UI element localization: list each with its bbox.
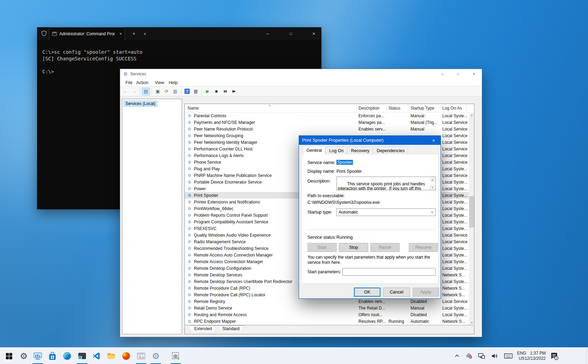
stop-button[interactable]: Stop (339, 243, 368, 252)
tab-close-icon[interactable]: × (119, 31, 122, 36)
new-tab-button[interactable]: + (129, 27, 139, 40)
terminal-line (42, 62, 321, 68)
toolbar-pause-service-icon[interactable]: ▮▮ (221, 88, 229, 95)
tab-general[interactable]: General (303, 146, 325, 154)
service-row[interactable]: ⚙Remote RegistryEnables rem...DisabledLo… (185, 298, 469, 305)
firefox-icon[interactable] (118, 348, 134, 364)
print-spooler-properties-dialog[interactable]: Print Spooler Properties (Local Computer… (299, 135, 441, 299)
action-center-icon[interactable]: 2 (547, 348, 561, 364)
taskbar[interactable]: ⚙⚙ (0, 347, 588, 364)
chevron-down-icon: ∨ (431, 210, 433, 214)
tray-network-icon[interactable] (476, 348, 487, 364)
app-window-icon[interactable] (133, 348, 149, 364)
services-icon[interactable]: ⚙ (148, 348, 164, 364)
apply-button[interactable]: Apply (413, 288, 439, 297)
service-log-on-as: Local Syste... (442, 205, 468, 212)
file-explorer-icon[interactable] (103, 348, 119, 364)
tab-dropdown-icon[interactable]: ∨ (140, 27, 150, 40)
tab-extended[interactable]: Extended (189, 325, 217, 332)
terminal-tab[interactable]: Administrator: Command Pror × (49, 27, 125, 40)
service-description: Enables rem... (358, 298, 387, 305)
start-button[interactable]: Start (307, 243, 337, 252)
tray-touch-keyboard-icon[interactable] (502, 348, 514, 364)
vertical-scrollbar[interactable]: ∧ ∨ (469, 112, 474, 326)
services-titlebar[interactable]: ⚙ Services (120, 69, 482, 79)
service-name-label: Service name: (307, 160, 335, 165)
dialog-tabs: General Log On Recovery Dependencies (303, 147, 408, 154)
store-icon[interactable] (45, 348, 60, 364)
desktop-wallpaper: Administrator: Command Pror × + ∨ – □ × … (0, 0, 588, 364)
toolbar-properties-icon[interactable]: ▣ (154, 88, 162, 95)
services-minimize-button[interactable]: – (435, 69, 450, 79)
toolbar-refresh-icon[interactable]: ⟳ (162, 88, 170, 95)
ok-button[interactable]: OK (354, 288, 380, 297)
tab-standard[interactable]: Standard (217, 325, 245, 332)
service-row[interactable]: ⚙Peer Name Resolution ProtocolEnables se… (185, 126, 469, 132)
toolbar-console-tree-icon[interactable]: ▤ (142, 88, 150, 95)
tray-clock[interactable]: 1:37 PM 12/13/2022 (526, 348, 546, 364)
service-gear-icon: ⚙ (188, 165, 193, 172)
settings-icon[interactable]: ⚙ (16, 348, 31, 364)
menu-file[interactable]: File (125, 79, 132, 87)
toolbar-action-pane-icon[interactable]: ▦ (192, 88, 200, 95)
service-gear-icon: ⚙ (188, 119, 193, 126)
tray-onedrive-error-icon[interactable] (463, 348, 474, 364)
service-row[interactable]: ⚙Routing and Remote AccessOffers routi..… (185, 311, 469, 318)
edge-icon[interactable] (59, 348, 75, 364)
vscode-icon[interactable] (89, 348, 104, 364)
console-tree-icon: ▤ (144, 89, 148, 94)
tab-log-on[interactable]: Log On (326, 147, 347, 154)
dialog-close-button[interactable]: × (427, 136, 441, 145)
tree-item-services-local[interactable]: Services (Local) (123, 101, 158, 107)
service-row[interactable]: ⚙Payments and NFC/SE ManagerManages pa..… (185, 119, 469, 126)
service-gear-icon: ⚙ (188, 199, 193, 205)
terminal-titlebar[interactable]: Administrator: Command Pror × + ∨ – □ × (37, 27, 321, 40)
description-scroll-up-icon[interactable]: ∧ (430, 177, 435, 182)
service-row[interactable]: ⚙Parental ControlsEnforces pa...ManualLo… (185, 112, 469, 119)
scrollbar-thumb[interactable] (469, 196, 474, 228)
service-gear-icon: ⚙ (188, 232, 193, 238)
start-parameters-input[interactable] (342, 268, 436, 276)
console-tree-pane[interactable]: Services (Local) (122, 99, 182, 334)
start-icon[interactable] (1, 348, 17, 364)
service-row[interactable]: ⚙RPC Endpoint MapperResolves RP...Runnin… (185, 318, 469, 325)
startup-type-dropdown[interactable]: Automatic ∨ (336, 208, 436, 216)
services-close-button[interactable]: × (466, 69, 482, 79)
toolbar-help-icon[interactable]: ? (183, 88, 191, 95)
dialog-titlebar[interactable]: Print Spooler Properties (Local Computer… (299, 136, 441, 145)
description-scroll-down-icon[interactable]: ∨ (430, 185, 435, 190)
menu-action[interactable]: Action (136, 79, 148, 87)
description-textbox[interactable]: This service spools print jobs and handl… (336, 177, 436, 190)
service-row[interactable]: ⚙Retail Demo ServiceThe Retail D...Manua… (185, 305, 469, 311)
services-maximize-button[interactable]: □ (450, 69, 466, 79)
terminal-maximize-button[interactable]: □ (283, 27, 298, 40)
cancel-button[interactable]: Cancel (383, 288, 410, 297)
toolbar-back-icon[interactable]: ← (121, 88, 129, 95)
tab-recovery[interactable]: Recovery (348, 147, 373, 154)
service-description: Enables serv... (358, 126, 387, 132)
menu-help[interactable]: Help (169, 79, 178, 87)
show-desktop-button[interactable] (586, 348, 588, 364)
general-tab-page: Service name: Spooler Display name: Prin… (302, 154, 439, 284)
toolbar-forward-icon[interactable]: → (130, 88, 138, 95)
tray-chevron-up-icon[interactable] (451, 348, 463, 364)
pause-button[interactable]: Pause (370, 243, 400, 252)
toolbar-stop-service-icon[interactable]: ■ (212, 88, 220, 95)
scroll-up-icon[interactable]: ∧ (469, 112, 474, 118)
snipping-tool-icon[interactable] (168, 348, 183, 364)
resume-button[interactable]: Resume (409, 243, 438, 252)
toolbar-restart-service-icon[interactable]: ▮▶ (230, 88, 238, 95)
service-log-on-as: Local Syste... (442, 311, 468, 318)
toolbar-start-service-icon[interactable]: ▶ (204, 88, 212, 95)
terminal-icon[interactable] (74, 348, 90, 364)
tab-dependencies[interactable]: Dependencies (373, 147, 408, 154)
toolbar-export-list-icon[interactable]: ▥ (171, 88, 179, 95)
terminal-minimize-button[interactable]: – (260, 27, 275, 40)
terminal-close-button[interactable]: × (306, 27, 321, 40)
tray-volume-icon[interactable] (489, 348, 500, 364)
task-manager-icon[interactable] (30, 348, 45, 364)
service-log-on-as: Network S... (442, 285, 468, 291)
toolbar-divider (181, 88, 181, 95)
service-name-value[interactable]: Spooler (336, 160, 353, 165)
menu-view[interactable]: View (155, 79, 164, 87)
